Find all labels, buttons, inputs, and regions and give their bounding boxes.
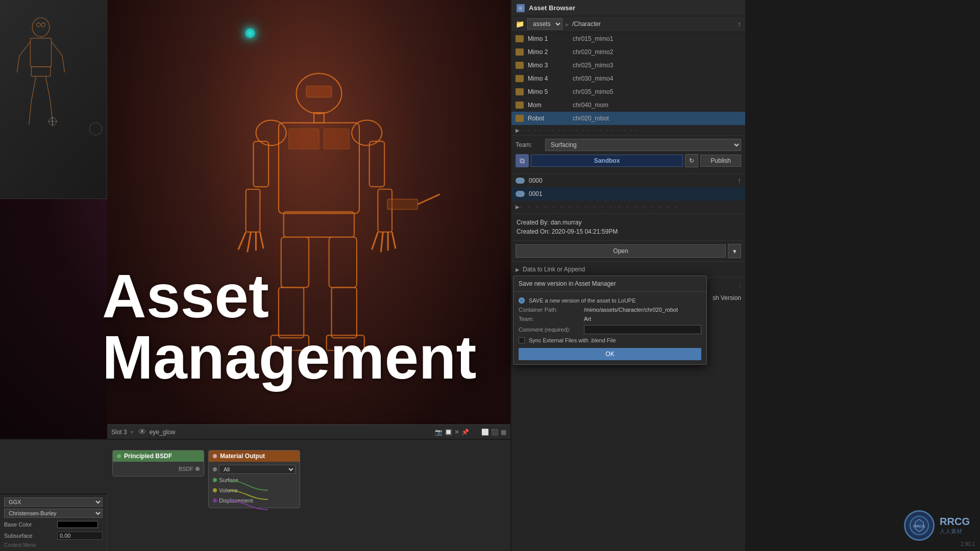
asset-item-robot[interactable]: Robot chr020_robot [511, 112, 745, 125]
camera-icon[interactable]: 📷 [435, 429, 443, 436]
surface-label: Surface [219, 477, 238, 483]
expand-arrow[interactable]: ▶ [516, 128, 520, 133]
team-row: Team: Surfacing [516, 139, 741, 151]
version-num-0000: 0000 [529, 177, 543, 184]
distribution-dropdown[interactable]: GGX Multiscatter GGX [4, 497, 103, 507]
folder-icon-mimo4 [516, 75, 524, 82]
volume-row: Volume [209, 485, 300, 495]
svg-point-12 [41, 23, 45, 27]
file-props-icon2[interactable]: ↺ [529, 293, 539, 303]
bsdf-dot [117, 454, 121, 458]
volume-dot [213, 488, 217, 492]
slot-bar: Slot 3 ▾ 👁 eye_glow 📷 🔲 ✕ 📌 ⬜ ⬛ ▦ [107, 424, 510, 439]
asset-item-mimo4[interactable]: Mimo 4 chr030_mimo4 [511, 72, 745, 85]
path-text: /Character [572, 20, 601, 28]
version-expand-row: ▶ · · · · · · · · · · · · · · · · · · · … [511, 201, 745, 213]
file-props-icon3[interactable]: × [542, 293, 552, 303]
mini-viewport[interactable] [0, 0, 107, 199]
material-filter-select[interactable]: All [219, 465, 296, 474]
version-item-0000[interactable]: 0000 ↑ [511, 174, 745, 187]
displacement-row: Displacement [209, 495, 300, 506]
base-color-label: Base Color [4, 521, 55, 528]
svg-rect-37 [329, 237, 357, 288]
version-num-0001: 0001 [529, 190, 543, 197]
file-props-header-row[interactable]: ▼ File Properties ↕ [516, 280, 741, 291]
slot-icons: 📷 🔲 ✕ 📌 ⬜ ⬛ ▦ [435, 429, 506, 436]
eye-icon: 👁 [138, 428, 146, 437]
viewport-area[interactable]: Asset Management Slot 3 ▾ 👁 eye_glow 📷 🔲… [0, 0, 510, 439]
open-button[interactable]: Open [516, 244, 726, 258]
sandbox-button[interactable]: Sandbox [531, 155, 683, 167]
subsurface-value[interactable]: 0.00 [57, 532, 103, 540]
svg-rect-33 [246, 189, 260, 232]
open-section: Open ▾ [511, 240, 745, 261]
view-btn1[interactable]: ⬜ [481, 429, 489, 436]
robot-silhouette-svg [107, 0, 510, 439]
created-by-label: Created By: [517, 219, 549, 226]
team-dropdown[interactable]: Surfacing [545, 139, 741, 151]
material-body: All Surface Volume [209, 462, 300, 508]
path-folder-icon: 📁 [516, 20, 524, 28]
context-menu-label: Context Menu [2, 541, 105, 549]
asset-path-mimo1: chr015_mimo1 [573, 35, 613, 42]
bsdf-header[interactable]: Principled BSDF [113, 450, 204, 462]
asset-path-mimo3: chr025_mimo3 [573, 62, 613, 69]
assets-dropdown[interactable]: assets [527, 18, 562, 30]
folder-icon-robot [516, 115, 524, 122]
publish-button[interactable]: Publish [700, 155, 741, 167]
view-btn2[interactable]: ⬛ [491, 429, 499, 436]
asset-item-mimo1[interactable]: Mimo 1 chr015_mimo1 [511, 32, 745, 45]
file-props-icon1[interactable]: ⊞ [516, 293, 526, 303]
folder-icon-mimo3 [516, 62, 524, 69]
folder-icon-mimo5 [516, 88, 524, 95]
asset-item-mimo3[interactable]: Mimo 3 chr025_mimo3 [511, 59, 745, 72]
close-slot-icon[interactable]: ✕ [454, 429, 459, 436]
pin-icon[interactable]: 📌 [461, 429, 469, 436]
path-bar: 📁 assets ▸ /Character ↑ [511, 16, 745, 32]
asset-browser-title: Asset Browser [529, 4, 575, 12]
render-icon[interactable]: 🔲 [445, 429, 452, 436]
open-dropdown-arrow[interactable]: ▾ [728, 244, 741, 258]
bsdf-output-dot [195, 467, 200, 471]
refresh-button[interactable]: ↻ [685, 154, 698, 167]
svg-rect-35 [284, 212, 354, 237]
slot-label: Slot 3 [111, 429, 127, 436]
view-btn3[interactable]: ▦ [501, 429, 506, 436]
version-item-0001[interactable]: 0001 [511, 187, 745, 201]
asset-item-mimo5[interactable]: Mimo 5 chr035_mimo5 [511, 85, 745, 98]
path-nav-btn[interactable]: ↑ [738, 20, 741, 28]
material-dot [213, 454, 217, 458]
node-editor: GGX Multiscatter GGX Christensen-Burley … [0, 439, 510, 551]
material-title: Material Output [220, 453, 265, 460]
svg-rect-38 [279, 287, 304, 338]
asset-name-mimo4: Mimo 4 [528, 75, 569, 82]
data-link-arrow: ▶ [516, 267, 520, 272]
subsurface-label: Subsurface [4, 533, 55, 539]
asset-item-mimo2[interactable]: Mimo 2 chr020_mimo2 [511, 45, 745, 59]
folder-icon-mimo1 [516, 35, 524, 42]
base-color-swatch[interactable] [57, 521, 98, 528]
asset-path-robot: chr020_robot [573, 115, 609, 122]
subsurface-method-dropdown[interactable]: Christensen-Burley Random Walk [4, 509, 103, 518]
material-output-node: Material Output All Surface [208, 450, 300, 508]
asset-browser-header: ⊞ Asset Browser [511, 0, 745, 16]
version-side-btn-0000[interactable]: ↑ [738, 177, 741, 185]
asset-name-mimo2: Mimo 2 [528, 48, 569, 56]
version-expand-arrow[interactable]: ▶ [516, 204, 520, 210]
svg-line-2 [19, 41, 30, 56]
distribution-row: GGX Multiscatter GGX [2, 496, 105, 508]
created-on-value: 2020-09-15 04:21:59PM [552, 228, 618, 235]
asset-path-mimo5: chr035_mimo5 [573, 88, 613, 95]
svg-line-4 [52, 41, 62, 56]
asset-item-mom[interactable]: Mom chr040_mom [511, 98, 745, 112]
svg-rect-6 [31, 67, 50, 77]
folder-icon-mom [516, 102, 524, 109]
material-header[interactable]: Material Output [209, 450, 300, 462]
asset-name-mimo5: Mimo 5 [528, 88, 569, 95]
bsdf-type-label: BSDF [117, 466, 193, 472]
data-link-header-row[interactable]: ▶ Data to Link or Append [516, 264, 741, 275]
svg-line-8 [29, 101, 32, 125]
base-color-row: Base Color [2, 519, 105, 530]
svg-rect-31 [253, 141, 268, 187]
svg-line-9 [45, 76, 50, 101]
